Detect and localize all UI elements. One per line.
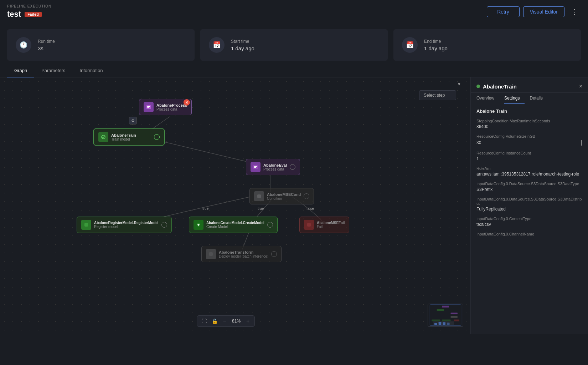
panel-header: AbaloneTrain × <box>471 77 588 93</box>
node-abalone-mse-cond[interactable]: AbaloneMSECond Condition <box>249 188 314 204</box>
panel-tab-details[interactable]: Details <box>530 93 548 104</box>
run-time-value: 3s <box>38 45 55 51</box>
main-content: ⚙ AbaloneProcess Process data ✕ AbaloneT… <box>0 77 588 334</box>
node-name-transform: AbaloneTransform <box>219 250 268 254</box>
edge-label-false: false <box>306 207 314 211</box>
label-role-arn: RoleArn <box>476 166 582 171</box>
more-options-button[interactable]: ⋮ <box>568 6 581 17</box>
header-right: Retry Visual Editor ⋮ <box>487 6 581 17</box>
node-icon-eval <box>251 162 261 172</box>
node-icon-mse-cond <box>254 191 264 201</box>
calendar-start-icon: 📅 <box>209 37 225 53</box>
field-content-type: InputDataConfig.0.ContentType text/csv <box>476 217 582 227</box>
panel-content[interactable]: Abalone Train StoppingCondition.MaxRunti… <box>471 104 588 334</box>
field-data-source-type: InputDataConfig.0.DataSource.S3DataSourc… <box>476 182 582 192</box>
label-instance-count: ResourceConfig.InstanceCount <box>476 151 582 155</box>
lock-button[interactable]: 🔒 <box>210 318 220 325</box>
stat-card-run-time: 🕐 Run time 3s <box>7 29 195 61</box>
tab-graph[interactable]: Graph <box>7 64 34 77</box>
field-stopping-condition: StoppingCondition.MaxRuntimeInSeconds 86… <box>476 119 582 129</box>
node-register-model[interactable]: AbaloneRegisterModel-RegisterModel Regis… <box>77 217 172 233</box>
clock-icon: 🕐 <box>16 37 31 53</box>
svg-rect-22 <box>451 316 458 318</box>
panel-tab-overview[interactable]: Overview <box>476 93 499 104</box>
node-name-train: AbaloneTrain <box>111 133 136 137</box>
node-sub-train: Train model <box>111 137 136 141</box>
fit-view-button[interactable]: ⛶ <box>200 318 208 325</box>
node-status-eval <box>290 164 295 170</box>
graph-dots-background <box>0 77 470 334</box>
zoom-out-button[interactable]: − <box>221 317 228 325</box>
retry-button[interactable]: Retry <box>487 6 519 17</box>
stat-card-start-time: 📅 Start time 1 day ago <box>200 29 388 61</box>
settings-gear-icon[interactable]: ⚙ <box>129 117 137 125</box>
node-abalone-process[interactable]: AbaloneProcess Process data ✕ <box>139 99 192 115</box>
node-sub-create: Create Model <box>206 225 264 229</box>
node-mse-fail[interactable]: AbaloneMSEFail Fail <box>299 217 349 233</box>
select-step-dropdown[interactable]: Select step <box>419 90 456 100</box>
panel-status-dot <box>476 85 480 88</box>
node-icon-register <box>81 220 91 230</box>
node-status-train <box>154 134 160 140</box>
panel-close-button[interactable]: × <box>579 83 582 90</box>
svg-rect-19 <box>442 306 449 308</box>
node-abalone-eval[interactable]: AbaloneEval Process data <box>246 159 300 175</box>
right-panel: AbaloneTrain × Overview Settings Details… <box>470 77 588 334</box>
pipeline-name: test <box>7 10 21 19</box>
node-icon-train <box>98 132 108 142</box>
node-icon-create <box>194 220 203 230</box>
value-content-type: text/csv <box>476 222 582 227</box>
zoom-in-button[interactable]: + <box>244 317 252 325</box>
stat-card-end-time: 📅 End time 1 day ago <box>393 29 581 61</box>
header-left: PIPELINE EXECUTION test Failed <box>7 4 51 19</box>
node-sub-mse-cond: Condition <box>267 197 301 201</box>
svg-rect-28 <box>434 323 437 325</box>
svg-rect-31 <box>447 323 450 325</box>
label-content-type: InputDataConfig.0.ContentType <box>476 217 582 221</box>
panel-tab-settings[interactable]: Settings <box>504 93 525 104</box>
node-abalone-transform[interactable]: AbaloneTransform Deploy model (batch inf… <box>201 246 282 262</box>
zoom-controls: ⛶ 🔒 − 81% + <box>197 315 255 327</box>
node-sub-transform: Deploy model (batch inference) <box>219 254 268 258</box>
value-stopping-condition: 86400 <box>476 124 582 129</box>
panel-tabs: Overview Settings Details <box>471 93 588 104</box>
visual-editor-button[interactable]: Visual Editor <box>523 6 564 17</box>
value-data-distribution: FullyReplicated <box>476 207 582 212</box>
svg-rect-11 <box>257 194 261 198</box>
label-channel-name: InputDataConfig.0.ChannelName <box>476 232 582 236</box>
graph-canvas[interactable]: ⚙ AbaloneProcess Process data ✕ AbaloneT… <box>0 77 470 334</box>
svg-rect-20 <box>437 309 444 311</box>
node-icon-fail <box>304 220 314 230</box>
start-time-label: Start time <box>231 39 254 44</box>
label-volume-size: ResourceConfig.VolumeSizeInGB <box>476 134 582 138</box>
field-channel-name: InputDataConfig.0.ChannelName <box>476 232 582 236</box>
svg-rect-21 <box>451 313 458 314</box>
node-status-transform <box>271 251 277 257</box>
tab-information[interactable]: Information <box>72 64 110 77</box>
svg-rect-17 <box>209 252 213 256</box>
svg-rect-8 <box>253 165 258 169</box>
node-create-model[interactable]: AbaloneCreateModel-CreateModel Create Mo… <box>189 217 278 233</box>
svg-rect-29 <box>439 322 442 325</box>
node-status-create <box>267 222 273 228</box>
tab-parameters[interactable]: Parameters <box>34 64 72 77</box>
value-data-source-type: S3Prefix <box>476 187 582 192</box>
node-name-mse-cond: AbaloneMSECond <box>267 192 301 197</box>
svg-rect-16 <box>307 223 311 227</box>
node-abalone-train[interactable]: AbaloneTrain Train model <box>93 128 165 146</box>
mini-map <box>428 304 463 327</box>
node-sub-fail: Fail <box>317 225 345 229</box>
pipeline-label: PIPELINE EXECUTION <box>7 4 51 8</box>
edge-label-true-2: true <box>258 207 264 211</box>
svg-rect-30 <box>443 322 445 325</box>
edge-label-true-1: true <box>202 207 208 211</box>
label-data-source-type: InputDataConfig.0.DataSource.S3DataSourc… <box>476 182 582 186</box>
calendar-end-icon: 📅 <box>402 37 418 53</box>
field-instance-count: ResourceConfig.InstanceCount 1 <box>476 151 582 161</box>
svg-rect-23 <box>432 320 440 321</box>
panel-title-text: AbaloneTrain <box>483 83 517 90</box>
start-time-value: 1 day ago <box>231 45 254 51</box>
header: PIPELINE EXECUTION test Failed Retry Vis… <box>0 0 588 22</box>
svg-rect-6 <box>147 107 149 108</box>
run-time-label: Run time <box>38 39 55 44</box>
